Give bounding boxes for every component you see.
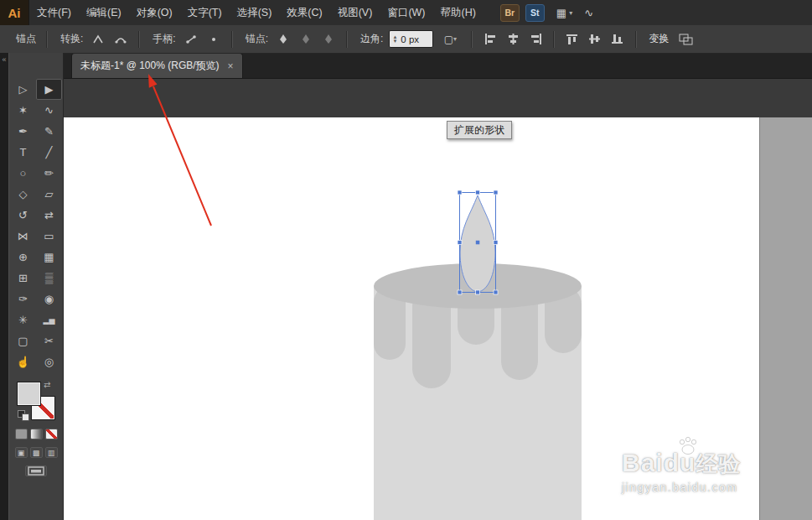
draw-normal-button[interactable]: ▣ [15, 447, 28, 458]
draw-behind-button[interactable]: ▩ [30, 447, 43, 458]
menu-object[interactable]: 对象(O) [129, 0, 180, 25]
tool-gradient[interactable]: ▒ [36, 268, 62, 289]
tool-symbol-sprayer[interactable]: ✳ [10, 309, 36, 330]
corner-radius-field[interactable]: ▲ ▼ [389, 30, 433, 48]
tool-polygon[interactable]: ◇ [10, 184, 36, 205]
corner-label: 边角: [360, 32, 383, 46]
watermark: Baidu经验 jingyan.baidu.com [622, 449, 781, 494]
close-icon[interactable]: × [228, 60, 234, 72]
tool-column-graph[interactable]: ▂▅ [36, 309, 62, 330]
panel-collapse-strip[interactable]: « [0, 53, 8, 520]
tool-shape-builder[interactable]: ⊕ [10, 247, 36, 268]
app-logo: Ai [0, 0, 29, 25]
paw-icon [675, 435, 701, 460]
default-stroke-chip [22, 413, 29, 421]
pasteboard-top [64, 78, 812, 117]
tool-type[interactable]: T [10, 142, 36, 163]
tool-selection[interactable]: ▶ [36, 79, 62, 100]
screen-mode-button[interactable] [25, 465, 47, 476]
anchor-panel-label: 锚点 [16, 32, 36, 46]
transform-panel-link[interactable]: 变换 [649, 32, 669, 46]
align-top-icon [566, 34, 578, 44]
tool-reflect[interactable]: ⇄ [36, 205, 62, 226]
tool-paintbrush[interactable]: ✎ [36, 121, 62, 142]
tool-perspective-grid[interactable]: ▦ [36, 247, 62, 268]
swap-fill-stroke-icon[interactable]: ⇄ [44, 380, 50, 389]
corner-radius-input[interactable] [401, 34, 429, 44]
show-handles-button[interactable] [182, 31, 200, 48]
align-bottom-button[interactable] [608, 31, 627, 48]
divider [346, 31, 348, 48]
connect-anchor-button[interactable] [319, 31, 338, 48]
color-button[interactable] [15, 429, 28, 439]
anchors-label: 锚点: [246, 32, 268, 46]
tool-lasso[interactable]: ∿ [36, 100, 62, 121]
menu-view[interactable]: 视图(V) [330, 0, 380, 25]
align-hcenter-button[interactable] [504, 31, 522, 48]
menu-effect[interactable]: 效果(C) [279, 0, 329, 25]
tool-rotate[interactable]: ↺ [10, 205, 36, 226]
convert-to-smooth-button[interactable] [111, 31, 130, 48]
tool-direct-selection[interactable]: ▷ [10, 79, 36, 100]
stepper-down-icon: ▼ [392, 39, 397, 44]
menu-help[interactable]: 帮助(H) [433, 0, 484, 25]
tool-ellipse[interactable]: ○ [10, 163, 36, 184]
menu-select[interactable]: 选择(S) [230, 0, 280, 25]
stock-badge[interactable]: St [525, 4, 545, 22]
stepper-control[interactable]: ▲ ▼ [392, 35, 397, 44]
workspace-switcher[interactable]: ▦ ▾ [556, 7, 572, 19]
menu-window[interactable]: 窗口(W) [380, 0, 432, 25]
tool-magic-wand[interactable]: ✶ [10, 100, 36, 121]
align-hcenter-icon [507, 34, 520, 44]
draw-inside-button[interactable]: ▥ [45, 447, 58, 458]
default-colors-icon[interactable] [18, 410, 29, 420]
align-right-button[interactable] [526, 31, 545, 48]
add-anchor-button[interactable] [297, 31, 315, 48]
tool-mesh[interactable]: ⊞ [10, 268, 36, 289]
tool-eyedropper[interactable]: ✑ [10, 289, 36, 309]
hide-handles-button[interactable] [204, 31, 223, 48]
document-tab-bar: 未标题-1* @ 100% (RGB/预览) × [64, 53, 812, 79]
align-top-button[interactable] [563, 31, 582, 48]
screen-mode-row [9, 465, 63, 476]
tool-slice[interactable]: ✂ [36, 330, 62, 351]
fill-swatch[interactable] [18, 382, 40, 405]
divider [553, 31, 555, 48]
none-button[interactable] [45, 429, 58, 439]
remove-anchor-button[interactable] [274, 31, 292, 48]
isolate-icon [679, 34, 693, 45]
divider [138, 31, 140, 48]
screen-mode-icon [28, 466, 44, 476]
document-tab[interactable]: 未标题-1* @ 100% (RGB/预览) × [71, 53, 243, 78]
divider [635, 31, 637, 48]
align-left-button[interactable] [481, 31, 499, 48]
tooltip-expanded-shape: 扩展的形状 [447, 121, 512, 139]
tool-free-transform[interactable]: ▭ [36, 226, 62, 247]
tool-pencil[interactable]: ✏ [36, 163, 62, 184]
tool-eraser[interactable]: ▱ [36, 184, 62, 205]
tool-width[interactable]: ⋈ [10, 226, 36, 247]
tool-zoom[interactable]: ◎ [36, 351, 62, 372]
gradient-button[interactable] [30, 429, 43, 439]
tool-hand[interactable]: ☝ [10, 351, 36, 372]
bridge-badge[interactable]: Br [500, 4, 520, 22]
tool-blend[interactable]: ◉ [36, 289, 62, 309]
tool-pen[interactable]: ✒ [10, 121, 36, 142]
illustrator-window: Ai 文件(F) 编辑(E) 对象(O) 文字(T) 选择(S) 效果(C) 视… [0, 0, 812, 520]
menu-file[interactable]: 文件(F) [29, 0, 79, 25]
isolate-object-button[interactable] [676, 31, 695, 48]
menu-type[interactable]: 文字(T) [180, 0, 230, 25]
tool-line-segment[interactable]: ╱ [36, 142, 62, 163]
tool-artboard[interactable]: ▢ [10, 330, 36, 351]
watermark-brand: Baidu经验 [622, 449, 781, 478]
chevron-down-icon: ▾ [569, 9, 572, 17]
pen-minus-icon [277, 34, 289, 44]
convert-to-corner-button[interactable] [89, 31, 107, 48]
cs-live-icon[interactable]: ∿ [584, 7, 593, 19]
align-vcenter-button[interactable] [586, 31, 604, 48]
chevron-down-icon: ▾ [453, 35, 457, 43]
hide-handles-icon [208, 34, 220, 44]
menu-edit[interactable]: 编辑(E) [79, 0, 129, 25]
divider [231, 31, 233, 48]
shape-mode-dropdown[interactable]: ▢ ▾ [437, 31, 463, 48]
